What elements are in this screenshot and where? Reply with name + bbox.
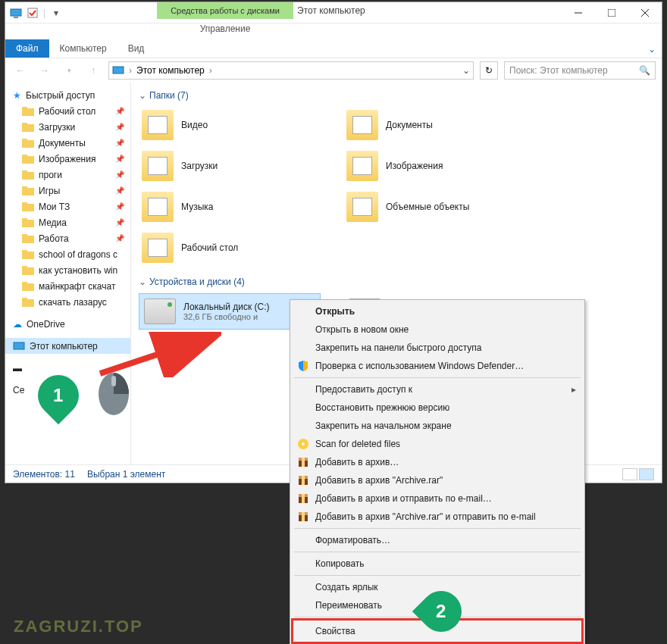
shield-icon: [297, 360, 309, 372]
sidebar-item[interactable]: Загрузки📌: [5, 119, 130, 135]
folder-item[interactable]: Музыка: [139, 189, 321, 225]
folder-icon: [22, 233, 34, 245]
view-menu[interactable]: Вид: [117, 39, 155, 58]
sidebar-item[interactable]: Медиа📌: [5, 214, 130, 230]
svg-rect-32: [22, 299, 34, 307]
folder-icon: [22, 105, 34, 117]
folder-item[interactable]: Загрузки: [139, 148, 321, 184]
menu-separator: [294, 552, 581, 552]
pin-icon: 📌: [115, 155, 127, 163]
svg-rect-31: [22, 282, 27, 284]
pin-icon: 📌: [115, 170, 127, 179]
menu-item[interactable]: Закрепить на панели быстрого доступа: [293, 339, 582, 357]
folder-item[interactable]: Изображения: [343, 148, 525, 184]
sidebar-item[interactable]: проги📌: [5, 167, 130, 183]
drive-icon: ▬: [13, 363, 22, 374]
pin-icon: 📌: [115, 234, 127, 242]
menu-item[interactable]: Открыть в новом окне: [293, 320, 582, 339]
sidebar-item[interactable]: school of dragons с: [5, 246, 130, 262]
menu-item[interactable]: Scan for deleted files: [293, 435, 582, 453]
svg-rect-34: [14, 342, 24, 349]
svg-rect-15: [22, 155, 27, 157]
svg-rect-17: [22, 170, 27, 173]
watermark: ZAGRUZI.TOP: [14, 617, 143, 636]
breadcrumb-sep: ›: [129, 65, 132, 76]
drives-group-header[interactable]: ⌄Устройства и диски (4): [139, 277, 654, 287]
svg-rect-25: [22, 234, 27, 236]
chevron-right-icon: ▸: [571, 384, 576, 395]
ribbon-context-subtab[interactable]: Управление: [157, 19, 293, 39]
svg-rect-8: [22, 108, 34, 116]
folder-icon: [22, 249, 34, 261]
folder-item[interactable]: Объемные объекты: [343, 189, 525, 225]
menu-item[interactable]: Проверка с использованием Windows Defend…: [293, 357, 582, 375]
folder-icon: [22, 280, 34, 292]
svg-rect-27: [22, 250, 27, 252]
folder-icon: [22, 121, 34, 133]
refresh-button[interactable]: ↻: [480, 61, 498, 80]
sidebar-item[interactable]: Работа📌: [5, 230, 130, 246]
sidebar-item[interactable]: Документы📌: [5, 135, 130, 151]
menu-item[interactable]: Копировать: [293, 555, 582, 573]
nav-recent-dropdown[interactable]: ▾: [60, 61, 78, 80]
tiles-view-button[interactable]: [639, 468, 654, 480]
menubar: Файл Компьютер Вид ⌄: [5, 39, 662, 58]
menu-item[interactable]: Открыть: [293, 302, 582, 320]
folder-item[interactable]: Видео: [139, 107, 321, 143]
sidebar-item[interactable]: Мои ТЗ📌: [5, 199, 130, 214]
folder-item[interactable]: Рабочий стол: [139, 230, 321, 266]
properties-icon[interactable]: [27, 7, 39, 19]
file-menu[interactable]: Файл: [5, 39, 49, 58]
folder-icon: [22, 264, 34, 277]
pin-icon: 📌: [115, 202, 127, 211]
qat-dropdown-icon[interactable]: ▾: [50, 7, 62, 19]
minimize-button[interactable]: [562, 2, 595, 23]
sidebar-item[interactable]: Игры📌: [5, 183, 130, 199]
item-count: Элементов: 11: [13, 469, 75, 480]
menu-item[interactable]: Добавить в архив "Archive.rar" и отправи…: [293, 508, 582, 526]
address-dropdown-icon[interactable]: ⌄: [462, 65, 470, 76]
folder-icon: [142, 233, 174, 263]
close-button[interactable]: [628, 2, 662, 23]
menu-item[interactable]: Восстановить прежнюю версию: [293, 399, 582, 417]
svg-rect-33: [22, 298, 27, 300]
menu-item[interactable]: Предоставить доступ к▸: [293, 380, 582, 399]
sidebar-item[interactable]: Рабочий стол📌: [5, 103, 130, 119]
menu-item[interactable]: Форматировать…: [293, 531, 582, 549]
menu-item[interactable]: Добавить в архив "Archive.rar": [293, 471, 582, 489]
folder-icon: [346, 151, 378, 181]
nav-up-button[interactable]: ↑: [84, 61, 102, 80]
sidebar-item[interactable]: майнкрафт скачат: [5, 278, 130, 294]
archive-icon: [297, 511, 309, 523]
folder-icon: [142, 151, 174, 181]
svg-rect-12: [22, 140, 34, 148]
cloud-icon: ☁: [13, 319, 22, 330]
search-box[interactable]: Поиск: Этот компьютер 🔍: [504, 61, 656, 80]
quick-access-header[interactable]: ★Быстрый доступ: [5, 87, 130, 103]
folder-icon: [142, 192, 174, 222]
nav-back-button[interactable]: ←: [11, 61, 30, 80]
address-bar[interactable]: › Этот компьютер › ⌄: [108, 61, 474, 80]
address-row: ← → ▾ ↑ › Этот компьютер › ⌄ ↻ Поиск: Эт…: [5, 58, 662, 83]
nav-forward-button[interactable]: →: [36, 61, 54, 80]
folder-item[interactable]: Документы: [343, 107, 525, 143]
breadcrumb-location[interactable]: Этот компьютер: [136, 65, 205, 76]
menu-item[interactable]: Закрепить на начальном экране: [293, 417, 582, 435]
menu-item[interactable]: Добавить в архив…: [293, 453, 582, 471]
details-view-button[interactable]: [622, 468, 637, 480]
onedrive-item[interactable]: ☁OneDrive: [5, 316, 130, 332]
ribbon-expand-icon[interactable]: ⌄: [648, 44, 656, 55]
maximize-button[interactable]: [595, 2, 628, 23]
computer-menu[interactable]: Компьютер: [49, 39, 117, 58]
archive-icon: [297, 474, 309, 486]
svg-rect-48: [302, 512, 305, 521]
menu-item[interactable]: Добавить в архив и отправить по e-mail…: [293, 489, 582, 508]
folders-group-header[interactable]: ⌄Папки (7): [139, 90, 654, 101]
sidebar-item[interactable]: Изображения📌: [5, 151, 130, 167]
svg-rect-18: [22, 188, 34, 195]
sidebar-item[interactable]: скачать лазарус: [5, 294, 130, 310]
archive-icon: [297, 492, 309, 505]
sidebar-item[interactable]: как установить win: [5, 262, 130, 278]
this-pc-item[interactable]: Этот компьютер: [5, 338, 130, 354]
svg-rect-24: [22, 236, 34, 243]
